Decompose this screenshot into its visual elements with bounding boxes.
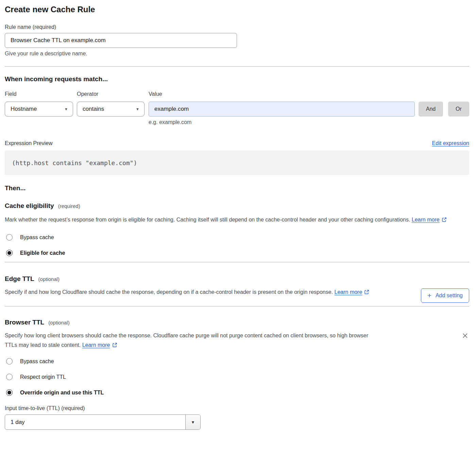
- edge-ttl-heading-row: Edge TTL (optional): [5, 275, 469, 283]
- section-divider: [5, 66, 469, 67]
- field-select[interactable]: Hostname ▼: [5, 102, 73, 117]
- expression-code: (http.host contains "example.com"): [12, 159, 137, 166]
- browser-ttl-qualifier: (optional): [48, 320, 70, 325]
- create-cache-rule-form: Create new Cache Rule Rule name (require…: [0, 0, 476, 435]
- rule-name-helper: Give your rule a descriptive name.: [5, 51, 469, 57]
- operator-select[interactable]: contains ▼: [77, 102, 144, 117]
- match-controls-row: Hostname ▼ contains ▼ And Or: [5, 102, 469, 117]
- cache-eligibility-section: Cache eligibility (required) Mark whethe…: [5, 202, 469, 256]
- field-select-value: Hostname: [11, 106, 37, 112]
- and-button[interactable]: And: [419, 102, 443, 117]
- rule-name-input[interactable]: [5, 33, 237, 48]
- rule-name-label: Rule name (required): [5, 24, 469, 30]
- plus-icon: +: [427, 292, 431, 299]
- radio-override-origin-ttl[interactable]: Override origin and use this TTL: [5, 389, 104, 396]
- add-setting-button[interactable]: + Add setting: [421, 288, 469, 303]
- ttl-input-label: Input time-to-live (TTL) (required): [5, 405, 469, 411]
- match-heading: When incoming requests match...: [5, 75, 469, 83]
- learn-more-link[interactable]: Learn more: [412, 217, 440, 223]
- then-heading: Then...: [5, 184, 469, 192]
- browser-ttl-description: Specify how long client browsers should …: [5, 331, 377, 351]
- cache-eligibility-qualifier: (required): [58, 203, 80, 209]
- radio-respect-origin-ttl[interactable]: Respect origin TTL: [5, 374, 66, 380]
- browser-ttl-title: Browser TTL: [5, 319, 44, 326]
- expression-preview-row: Expression Preview Edit expression: [5, 140, 469, 146]
- radio-icon: [6, 358, 13, 365]
- cache-eligibility-description: Mark whether the request’s response from…: [5, 215, 460, 225]
- external-link-icon: [112, 343, 117, 349]
- chevron-down-icon: ▼: [191, 420, 195, 425]
- browser-ttl-section: Browser TTL (optional) Specify how long …: [5, 319, 469, 430]
- value-label: Value: [149, 91, 162, 97]
- operator-select-value: contains: [83, 106, 104, 112]
- external-link-icon: [364, 290, 369, 296]
- radio-icon: [6, 250, 13, 256]
- expression-code-block: (http.host contains "example.com"): [5, 151, 469, 175]
- edge-ttl-qualifier: (optional): [38, 276, 60, 282]
- close-icon[interactable]: [461, 332, 469, 340]
- edit-expression-link[interactable]: Edit expression: [432, 140, 469, 146]
- ttl-select-value: 1 day: [5, 415, 185, 429]
- chevron-down-icon: ▼: [64, 107, 68, 111]
- cache-eligibility-title: Cache eligibility: [5, 202, 54, 210]
- radio-eligible-for-cache[interactable]: Eligible for cache: [5, 250, 65, 256]
- external-link-icon: [442, 217, 447, 223]
- section-divider: [5, 262, 469, 262]
- expression-preview-label: Expression Preview: [5, 140, 53, 146]
- learn-more-link[interactable]: Learn more: [335, 289, 362, 295]
- chevron-down-icon: ▼: [136, 107, 139, 111]
- match-column-labels: Field Operator Value: [5, 91, 469, 97]
- ttl-select[interactable]: 1 day ▼: [5, 414, 201, 430]
- ttl-select-dropdown-button[interactable]: ▼: [185, 415, 200, 429]
- radio-bypass-cache[interactable]: Bypass cache: [5, 234, 54, 241]
- operator-label: Operator: [77, 91, 149, 97]
- browser-ttl-heading-row: Browser TTL (optional): [5, 319, 469, 326]
- edge-ttl-section: Edge TTL (optional) + Add setting Specif…: [5, 275, 469, 298]
- radio-icon: [6, 374, 13, 380]
- edge-ttl-description: Specify if and how long Cloudflare shoul…: [5, 287, 379, 298]
- section-divider: [5, 306, 469, 306]
- value-helper: e.g. example.com: [149, 119, 469, 125]
- radio-browser-bypass-cache[interactable]: Bypass cache: [5, 358, 54, 365]
- or-button[interactable]: Or: [448, 102, 469, 117]
- value-input[interactable]: [149, 102, 415, 117]
- page-title: Create new Cache Rule: [5, 5, 469, 14]
- edge-ttl-title: Edge TTL: [5, 275, 34, 283]
- cache-eligibility-heading-row: Cache eligibility (required): [5, 202, 469, 210]
- radio-icon: [6, 389, 13, 396]
- radio-icon: [6, 234, 13, 241]
- field-label: Field: [5, 91, 77, 97]
- learn-more-link[interactable]: Learn more: [82, 342, 110, 348]
